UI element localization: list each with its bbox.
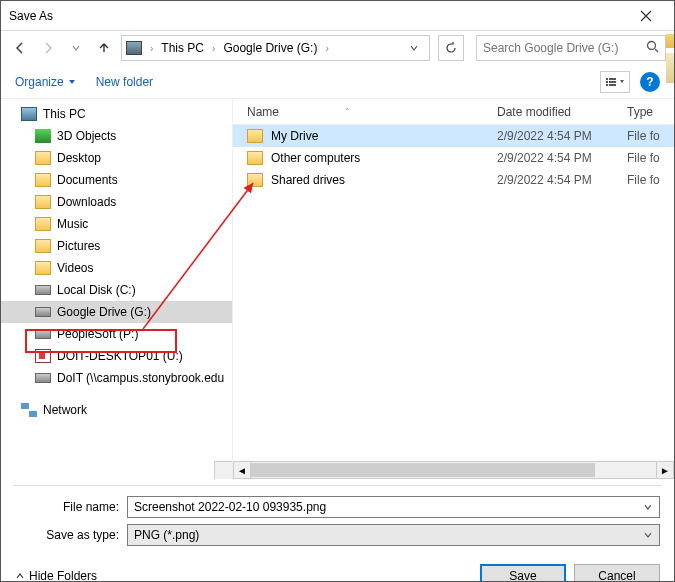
tree-item-doit-share[interactable]: DoIT (\\campus.stonybrook.edu <box>1 367 232 389</box>
dialog-footer: Hide Folders Save Cancel <box>1 558 674 582</box>
tree-item-doit-desktop[interactable]: DOIT-DESKTOP01 (U:) <box>1 345 232 367</box>
save-fields: File name: Save as type: PNG (*.png) <box>1 486 674 558</box>
drive-icon <box>35 285 51 295</box>
pc-icon <box>21 107 37 121</box>
organize-label: Organize <box>15 75 64 89</box>
recent-dropdown-icon[interactable] <box>65 37 87 59</box>
scroll-thumb[interactable] <box>251 463 595 477</box>
navigation-tree[interactable]: This PC 3D Objects Desktop Documents Dow… <box>1 99 233 479</box>
tree-item-pictures[interactable]: Pictures <box>1 235 232 257</box>
body-split: This PC 3D Objects Desktop Documents Dow… <box>1 99 674 479</box>
tree-item-network[interactable]: Network <box>1 399 232 421</box>
tree-item-videos[interactable]: Videos <box>1 257 232 279</box>
tree-scroll-corner <box>214 461 232 479</box>
savetype-label: Save as type: <box>15 528 119 542</box>
savetype-value: PNG (*.png) <box>134 528 199 542</box>
back-button[interactable] <box>9 37 31 59</box>
folder-icon <box>247 151 263 165</box>
search-input[interactable] <box>483 41 640 55</box>
tree-item-downloads[interactable]: Downloads <box>1 191 232 213</box>
list-item[interactable]: Other computers 2/9/2022 4:54 PM File fo <box>233 147 674 169</box>
scroll-left-icon[interactable]: ◄ <box>233 461 251 479</box>
network-icon <box>21 403 37 417</box>
pictures-icon <box>35 239 51 253</box>
column-type[interactable]: Type <box>627 105 674 119</box>
refresh-button[interactable] <box>438 35 464 61</box>
filename-label: File name: <box>15 500 119 514</box>
scroll-right-icon[interactable]: ► <box>656 461 674 479</box>
drive-icon <box>35 307 51 317</box>
list-item[interactable]: My Drive 2/9/2022 4:54 PM File fo <box>233 125 674 147</box>
tree-item-music[interactable]: Music <box>1 213 232 235</box>
horizontal-scrollbar[interactable]: ◄ ► <box>233 461 674 479</box>
svg-point-0 <box>648 42 656 50</box>
chevron-down-icon <box>619 79 625 85</box>
scroll-track[interactable] <box>251 461 656 479</box>
view-options-button[interactable] <box>600 71 630 93</box>
column-name[interactable]: Name˄ <box>247 105 497 119</box>
drive-icon <box>35 349 51 363</box>
pc-icon <box>126 41 142 55</box>
chevron-down-icon[interactable] <box>643 502 653 512</box>
search-icon[interactable] <box>646 40 659 56</box>
navigation-bar: › This PC › Google Drive (G:) › <box>1 31 674 65</box>
chevron-down-icon <box>68 78 76 86</box>
toolbar: Organize New folder ? <box>1 65 674 99</box>
forward-button[interactable] <box>37 37 59 59</box>
chevron-right-icon[interactable]: › <box>148 43 155 54</box>
hide-folders-button[interactable]: Hide Folders <box>15 569 97 582</box>
hide-folders-label: Hide Folders <box>29 569 97 582</box>
cancel-button[interactable]: Cancel <box>574 564 660 582</box>
column-date[interactable]: Date modified <box>497 105 627 119</box>
organize-menu[interactable]: Organize <box>15 75 76 89</box>
music-icon <box>35 217 51 231</box>
tree-spacer <box>1 389 232 399</box>
documents-icon <box>35 173 51 187</box>
videos-icon <box>35 261 51 275</box>
svg-rect-3 <box>606 81 608 83</box>
sort-asc-icon: ˄ <box>345 107 350 117</box>
tree-item-documents[interactable]: Documents <box>1 169 232 191</box>
downloads-icon <box>35 195 51 209</box>
svg-rect-6 <box>609 84 616 86</box>
cube-icon <box>35 129 51 143</box>
view-list-icon <box>605 76 617 88</box>
svg-rect-2 <box>609 78 616 80</box>
folder-icon <box>247 129 263 143</box>
chevron-right-icon[interactable]: › <box>210 43 217 54</box>
svg-rect-5 <box>606 84 608 86</box>
search-box[interactable] <box>476 35 666 61</box>
savetype-select[interactable]: PNG (*.png) <box>127 524 660 546</box>
breadcrumb-thispc[interactable]: This PC <box>157 36 208 60</box>
tree-item-3dobjects[interactable]: 3D Objects <box>1 125 232 147</box>
folder-icon <box>247 173 263 187</box>
new-folder-button[interactable]: New folder <box>96 75 153 89</box>
column-headers[interactable]: Name˄ Date modified Type <box>233 99 674 125</box>
tree-item-localdisk[interactable]: Local Disk (C:) <box>1 279 232 301</box>
window-title: Save As <box>9 9 626 23</box>
desktop-icon <box>35 151 51 165</box>
svg-rect-1 <box>606 78 608 80</box>
breadcrumb-drive[interactable]: Google Drive (G:) <box>219 36 321 60</box>
help-button[interactable]: ? <box>640 72 660 92</box>
tree-item-googledrive[interactable]: Google Drive (G:) <box>1 301 232 323</box>
filename-input-wrapper[interactable] <box>127 496 660 518</box>
save-button[interactable]: Save <box>480 564 566 582</box>
address-dropdown-icon[interactable] <box>403 43 425 53</box>
titlebar: Save As <box>1 1 674 31</box>
tree-item-desktop[interactable]: Desktop <box>1 147 232 169</box>
address-bar[interactable]: › This PC › Google Drive (G:) › <box>121 35 430 61</box>
filename-input[interactable] <box>134 500 643 514</box>
drive-icon <box>35 329 51 339</box>
chevron-right-icon[interactable]: › <box>323 43 330 54</box>
list-item[interactable]: Shared drives 2/9/2022 4:54 PM File fo <box>233 169 674 191</box>
network-drive-icon <box>35 373 51 383</box>
chevron-up-icon <box>15 571 25 581</box>
chevron-down-icon <box>643 530 653 540</box>
close-button[interactable] <box>626 2 666 30</box>
file-list: Name˄ Date modified Type My Drive 2/9/20… <box>233 99 674 479</box>
tree-item-thispc[interactable]: This PC <box>1 103 232 125</box>
up-button[interactable] <box>93 37 115 59</box>
svg-rect-4 <box>609 81 616 83</box>
tree-item-peoplesoft[interactable]: PeopleSoft (P:) <box>1 323 232 345</box>
